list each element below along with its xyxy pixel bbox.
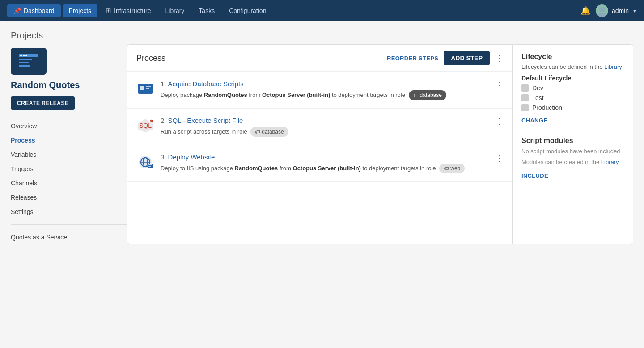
sidebar-item-triggers[interactable]: Triggers [11, 162, 127, 176]
reorder-steps-button[interactable]: REORDER STEPS [387, 55, 438, 62]
step-desc-3: Deploy to IIS using package RandomQuotes… [161, 164, 489, 173]
svg-point-0 [599, 7, 605, 12]
step-more-button-3[interactable]: ⋮ [495, 153, 503, 163]
step-icon-1 [136, 80, 154, 98]
sidebar-item-settings[interactable]: Settings [11, 205, 127, 219]
notifications-icon[interactable]: 🔔 [580, 6, 590, 16]
phase-label-production: Production [532, 104, 562, 111]
phase-production: Production [521, 104, 624, 111]
nav-item-dashboard[interactable]: 📌 Dashboard [7, 4, 61, 17]
nav-label-tasks: Tasks [199, 7, 215, 14]
step-row-3: 3.Deploy Website Deploy to IIS using pac… [127, 145, 512, 182]
step-more-button-1[interactable]: ⋮ [495, 80, 503, 90]
page-breadcrumb: Projects [0, 21, 644, 44]
phase-box-dev [521, 84, 529, 92]
include-modules-button[interactable]: INCLUDE [521, 172, 548, 179]
library-link-modules[interactable]: Library [601, 159, 619, 165]
user-name: admin [612, 7, 629, 14]
nav-label-infrastructure: Infrastructure [114, 7, 151, 14]
svg-rect-10 [140, 86, 144, 90]
top-navigation: 📌 Dashboard Projects ⊞ Infrastructure Li… [0, 0, 644, 21]
step-title-1[interactable]: 1.Acquire Database Scripts [161, 80, 489, 88]
change-lifecycle-button[interactable]: CHANGE [521, 117, 547, 124]
svg-text:SQL: SQL [139, 122, 152, 129]
nav-item-tasks[interactable]: Tasks [192, 4, 221, 17]
nav-item-library[interactable]: Library [159, 4, 191, 17]
step-more-button-2[interactable]: ⋮ [495, 117, 503, 126]
step-desc-1: Deploy package RandomQuotes from Octopus… [161, 90, 489, 100]
sidebar-item-overview[interactable]: Overview [11, 119, 127, 133]
main-panel: Process REORDER STEPS ADD STEP ⋮ [127, 44, 633, 244]
svg-rect-11 [146, 86, 151, 87]
step-content-1: 1.Acquire Database Scripts Deploy packag… [161, 80, 489, 100]
sidebar-divider [11, 224, 127, 225]
sub-project-link[interactable]: Quotes as a Service [11, 230, 127, 244]
lifecycle-phases: Dev Test Production [521, 84, 624, 111]
nav-item-infrastructure[interactable]: ⊞ Infrastructure [99, 4, 157, 17]
step-title-2[interactable]: 2.SQL - Execute Script File [161, 117, 489, 124]
svg-rect-8 [19, 65, 30, 67]
phase-box-production [521, 104, 529, 111]
svg-point-5 [25, 55, 27, 56]
step-row-1: 1.Acquire Database Scripts Deploy packag… [127, 72, 512, 109]
project-name: Random Quotes [11, 80, 127, 90]
chevron-down-icon: ▼ [632, 8, 637, 13]
nav-label-projects: Projects [69, 7, 92, 14]
svg-rect-6 [19, 59, 32, 60]
step-title-3[interactable]: 3.Deploy Website [161, 153, 489, 161]
page-content: Random Quotes CREATE RELEASE Overview Pr… [0, 44, 644, 255]
svg-point-3 [20, 55, 22, 56]
step-number-1: 1. [161, 80, 166, 88]
script-modules-desc: No script modules have been included [521, 147, 624, 155]
phase-dev: Dev [521, 84, 624, 92]
right-panel-divider [521, 130, 624, 130]
process-title: Process [136, 54, 381, 63]
nav-label-library: Library [165, 7, 185, 14]
step-package-3: RandomQuotes [235, 165, 278, 172]
svg-rect-12 [146, 88, 149, 89]
step-package-1: RandomQuotes [204, 92, 247, 98]
step-tag-1: 🏷 database [409, 90, 446, 100]
nav-item-projects[interactable]: Projects [63, 4, 98, 17]
nav-label-configuration: Configuration [229, 7, 266, 14]
sidebar: Random Quotes CREATE RELEASE Overview Pr… [11, 44, 127, 244]
sidebar-item-channels[interactable]: Channels [11, 176, 127, 190]
svg-rect-20 [148, 164, 153, 168]
step-icon-3 [136, 153, 154, 171]
sidebar-item-releases[interactable]: Releases [11, 190, 127, 205]
step-content-3: 3.Deploy Website Deploy to IIS using pac… [161, 153, 489, 173]
step-tag-2: 🏷 database [250, 127, 288, 137]
sidebar-navigation: Overview Process Variables Triggers Chan… [11, 119, 127, 219]
script-modules-link-desc: Modules can be created in the Library [521, 158, 624, 166]
process-more-button[interactable]: ⋮ [495, 53, 503, 63]
pin-icon: 📌 [13, 7, 21, 14]
step-server-1: Octopus Server (built-in) [262, 92, 330, 98]
svg-rect-22 [148, 166, 151, 167]
phase-test: Test [521, 94, 624, 101]
phase-label-test: Test [532, 94, 544, 101]
sidebar-item-process[interactable]: Process [11, 133, 127, 147]
add-step-button[interactable]: ADD STEP [444, 51, 490, 65]
step-icon-2: SQL [136, 117, 154, 134]
nav-item-configuration[interactable]: Configuration [223, 4, 272, 17]
tag-icon-1: 🏷 [413, 92, 418, 99]
create-release-button[interactable]: CREATE RELEASE [11, 96, 75, 110]
avatar [596, 4, 608, 17]
tag-icon-2: 🏷 [255, 128, 260, 136]
step-number-3: 3. [161, 153, 166, 161]
step-desc-2: Run a script across targets in role 🏷 da… [161, 127, 489, 137]
svg-point-4 [23, 55, 25, 56]
library-link-lifecycle[interactable]: Library [604, 63, 622, 70]
default-lifecycle-label: Default Lifecycle [521, 75, 624, 82]
step-server-3: Octopus Server (built-in) [293, 165, 361, 172]
lifecycle-section-title: Lifecycle [521, 53, 624, 61]
right-panel: Lifecycle Lifecycles can be defined in t… [512, 45, 633, 244]
step-tag-3: 🏷 web [439, 164, 465, 173]
nav-label-dashboard: Dashboard [24, 7, 55, 14]
project-icon [11, 48, 47, 75]
phase-label-dev: Dev [532, 84, 543, 92]
svg-point-1 [598, 13, 606, 17]
sidebar-item-variables[interactable]: Variables [11, 147, 127, 162]
step-content-2: 2.SQL - Execute Script File Run a script… [161, 117, 489, 137]
user-menu[interactable]: admin ▼ [596, 4, 637, 17]
